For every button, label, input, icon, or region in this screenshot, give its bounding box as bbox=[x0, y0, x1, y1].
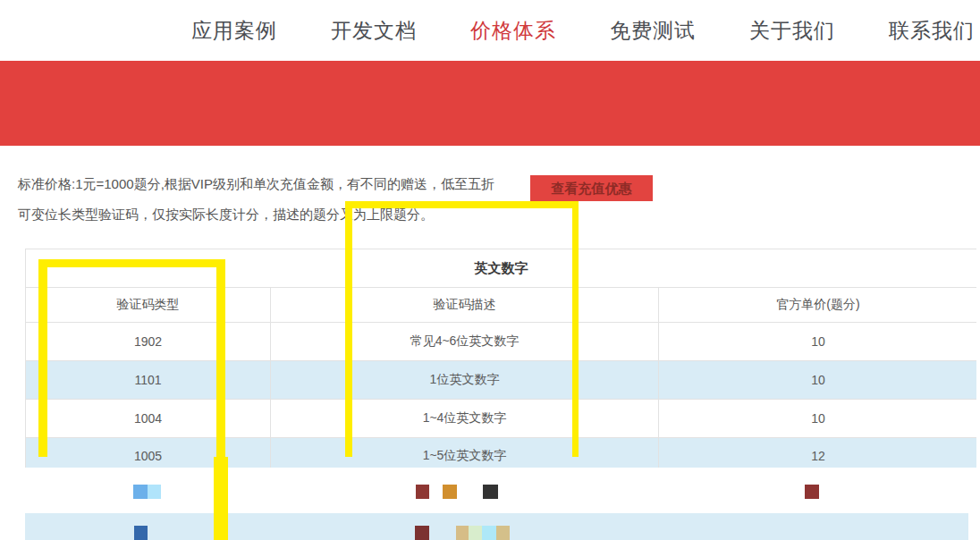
annotation-highlight-rect2-top-border bbox=[345, 201, 579, 208]
nav-item-cases[interactable]: 应用案例 bbox=[191, 17, 277, 45]
cell-desc: 1~4位英文数字 bbox=[271, 400, 659, 437]
nav-item-pricing[interactable]: 价格体系 bbox=[470, 17, 556, 45]
cell-type: 1902 bbox=[26, 323, 271, 360]
view-recharge-offers-button[interactable]: 查看充值优惠 bbox=[530, 175, 653, 201]
captcha-sample-image bbox=[456, 526, 469, 540]
annotation-highlight-rect2-right-border bbox=[572, 201, 579, 457]
cell-price: 10 bbox=[659, 361, 977, 399]
column-header-captcha-desc: 验证码描述 bbox=[271, 288, 659, 322]
captcha-sample-image bbox=[443, 485, 457, 499]
table-group-header: 英文数字 bbox=[26, 249, 976, 288]
captcha-sample-image bbox=[134, 526, 148, 540]
column-header-captcha-type: 验证码类型 bbox=[26, 288, 271, 322]
cell-desc: 1位英文数字 bbox=[271, 361, 659, 399]
captcha-sample-image bbox=[482, 526, 496, 540]
table-header-row: 验证码类型 验证码描述 官方单价(题分) bbox=[26, 288, 976, 323]
cell-price: 10 bbox=[659, 400, 977, 437]
pricing-intro-line1: 标准价格:1元=1000题分,根据VIP级别和单次充值金额，有不同的赠送，低至五… bbox=[18, 176, 494, 193]
cell-type: 1101 bbox=[26, 361, 271, 399]
captcha-sample-image bbox=[415, 526, 429, 540]
captcha-sample-image bbox=[469, 526, 482, 540]
table-row: 1004 1~4位英文数字 10 bbox=[26, 400, 976, 438]
annotation-highlight-bar bbox=[214, 457, 228, 540]
cell-price: 10 bbox=[659, 323, 977, 360]
table-row: 1101 1位英文数字 10 bbox=[26, 361, 976, 400]
pricing-intro-line2: 可变位长类型验证码，仅按实际长度计分，描述的题分又为上限题分。 bbox=[18, 207, 434, 224]
nav-item-about[interactable]: 关于我们 bbox=[749, 17, 835, 45]
hero-banner bbox=[0, 61, 980, 146]
captcha-sample-image bbox=[148, 485, 161, 499]
captcha-sample-image bbox=[133, 485, 148, 499]
annotation-highlight-rect-left-border bbox=[38, 259, 47, 457]
nav-item-free-test[interactable]: 免费测试 bbox=[610, 17, 696, 45]
column-header-official-price: 官方单价(题分) bbox=[659, 288, 977, 322]
sample-thumbnail-row bbox=[0, 513, 980, 540]
captcha-sample-image bbox=[483, 485, 498, 499]
annotation-highlight-rect-top-border bbox=[38, 259, 225, 267]
cell-desc: 常见4~6位英文数字 bbox=[271, 323, 659, 360]
cell-type: 1004 bbox=[26, 400, 271, 437]
captcha-sample-image bbox=[416, 485, 429, 499]
nav-item-contact[interactable]: 联系我们 bbox=[889, 17, 975, 45]
pricing-table: 英文数字 验证码类型 验证码描述 官方单价(题分) 1902 常见4~6位英文数… bbox=[25, 249, 976, 473]
annotation-highlight-rect-right-border bbox=[216, 259, 225, 457]
captcha-sample-image bbox=[805, 485, 819, 499]
captcha-sample-image bbox=[496, 526, 510, 540]
top-nav: 应用案例 开发文档 价格体系 免费测试 关于我们 联系我们 bbox=[0, 0, 980, 61]
nav-item-docs[interactable]: 开发文档 bbox=[331, 17, 417, 45]
pricing-page: 应用案例 开发文档 价格体系 免费测试 关于我们 联系我们 标准价格:1元=10… bbox=[0, 0, 980, 540]
table-row: 1902 常见4~6位英文数字 10 bbox=[26, 323, 976, 361]
sample-thumbnail-row bbox=[0, 468, 980, 513]
annotation-highlight-rect2-left-border bbox=[345, 201, 352, 457]
